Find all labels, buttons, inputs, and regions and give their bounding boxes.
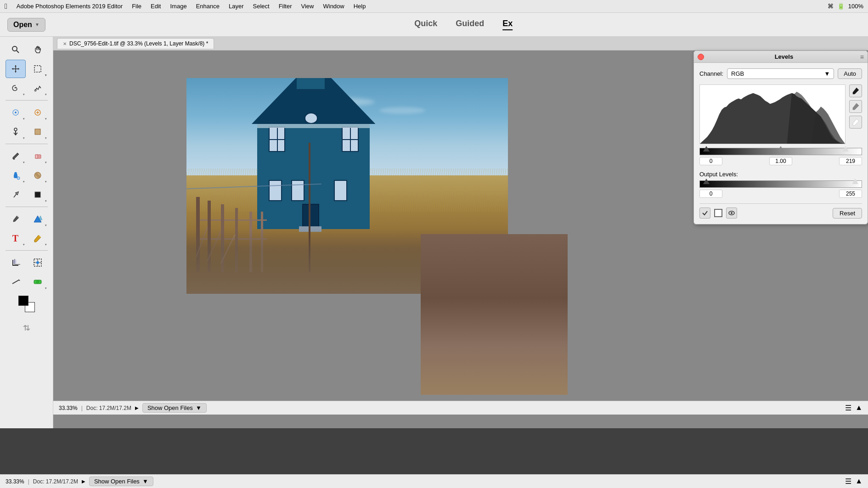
tab-expert[interactable]: Ex [502,19,513,30]
panel-close-button[interactable] [698,54,704,60]
redeye-arrow-icon: ▾ [45,286,47,290]
svg-line-1 [17,50,19,53]
auto-button[interactable]: Auto [838,68,862,79]
trim-decoration [257,124,370,128]
dodge-burn-button[interactable]: ▾ [28,185,48,204]
black-input-handle[interactable] [703,146,710,151]
menu-enhance[interactable]: Enhance [192,2,223,11]
white-input-handle[interactable] [842,146,849,151]
menu-select[interactable]: Select [249,2,273,11]
menu-layer[interactable]: Layer [225,2,248,11]
menu-filter[interactable]: Filter [275,2,296,11]
black-point-eyedropper[interactable] [849,84,862,97]
menu-file[interactable]: File [128,2,145,11]
svg-rect-21 [35,192,40,197]
eyedropper-button[interactable] [6,210,26,228]
tab-bar: ✕ DSC_9756-Edit-1.tif @ 33.3% (Levels 1,… [53,37,868,50]
bottom-list-icon[interactable]: ☰ [845,477,851,486]
black-output-handle[interactable] [703,179,710,184]
eraser-arrow-icon: ▾ [45,161,47,164]
foreground-color-box[interactable] [18,296,28,306]
white-output-value[interactable] [839,190,862,198]
menu-window[interactable]: Window [319,2,348,11]
menu-help[interactable]: Help [350,2,370,11]
open-button[interactable]: Open ▼ [7,18,45,32]
status-divider: | [81,405,83,411]
quick-selection-arrow-icon: ▾ [23,117,25,121]
crop-tool-button[interactable] [6,253,26,272]
mid-input-value[interactable] [769,157,792,165]
custom-crop-button[interactable] [28,253,48,272]
reset-button[interactable]: Reset [833,208,862,219]
expand-icon[interactable]: ▲ [855,404,862,412]
hand-tool-button[interactable] [28,40,48,59]
barn-window-4 [291,180,304,201]
marquee-tool-button[interactable]: ▾ ▾ [28,60,48,78]
apple-logo-icon[interactable]:  [5,2,7,11]
black-output-value[interactable] [699,190,722,198]
barn-window-3 [269,180,282,201]
battery-percent: 100% [848,3,863,10]
healing-brush-button[interactable]: ▾ [28,103,48,122]
svg-point-7 [15,112,17,113]
black-input-value[interactable] [699,157,722,165]
tool-row-zoom-hand [6,40,48,59]
paint-bucket-button[interactable]: ▾ [6,166,26,185]
filmstrip-empty-label [4,449,5,455]
move-tool-button[interactable] [6,60,26,78]
visibility-box-button[interactable] [714,209,722,217]
tab-close-icon[interactable]: ✕ [63,41,67,46]
show-open-files-button[interactable]: Show Open Files ▼ [142,403,207,413]
smudge-button[interactable] [6,185,26,204]
channel-dropdown-icon: ▼ [824,70,830,77]
bottom-show-open-files[interactable]: Show Open Files ▼ [89,477,153,486]
menu-image[interactable]: Image [166,2,190,11]
histogram-row [699,84,862,144]
input-gradient-track [699,148,862,155]
gray-point-eyedropper[interactable] [849,100,862,113]
lasso-tool-button[interactable]: ▾ [6,79,26,97]
menu-edit[interactable]: Edit [147,2,164,11]
tab-quick[interactable]: Quick [414,19,437,30]
checkmark-preview-button[interactable] [699,208,710,219]
straighten-button[interactable] [6,273,26,291]
menu-bar:  Adobe Photoshop Elements 2019 Editor F… [0,0,868,13]
doc-arrow-icon[interactable]: ▶ [135,405,139,410]
menu-view[interactable]: View [298,2,318,11]
pencil-button[interactable]: ▾ [28,229,48,247]
file-tab[interactable]: ✕ DSC_9756-Edit-1.tif @ 33.3% (Levels 1,… [57,38,214,49]
eraser-tool-button[interactable]: ▾ [28,147,48,165]
bottom-expand-icon[interactable]: ▲ [855,477,862,486]
app-name-menu[interactable]: Adobe Photoshop Elements 2019 Editor [13,2,126,11]
eye-preview-button[interactable] [726,208,737,219]
white-point-eyedropper[interactable] [849,116,862,129]
mid-input-handle[interactable] [778,146,784,151]
panel-menu-icon[interactable]: ≡ [860,53,864,61]
bottom-show-open-label: Show Open Files [94,478,140,485]
sponge-button[interactable]: ▾ [28,166,48,185]
white-input-value[interactable] [839,157,862,165]
clone-stamp-button[interactable]: ▾ [6,123,26,141]
svg-rect-15 [35,155,38,158]
svg-point-11 [14,128,17,131]
shape-button[interactable]: ▾ [28,210,48,228]
barn-tower [297,78,325,89]
white-output-handle[interactable] [852,179,858,184]
redeye-button[interactable]: ▾ [28,273,48,291]
swap-colors-button[interactable] [17,319,37,337]
text-arrow-icon: ▾ [23,243,25,247]
zoom-tool-button[interactable] [6,40,26,59]
list-view-icon[interactable]: ☰ [845,404,851,412]
bottom-arrow-icon[interactable]: ▶ [82,479,85,484]
tab-guided[interactable]: Guided [456,19,484,30]
text-tool-button[interactable]: T ▾ [6,229,26,247]
type-eraser-button[interactable]: ▾ [28,123,48,141]
levels-titlebar: Levels ≡ [694,51,868,63]
pencil-arrow-icon: ▾ [45,243,47,247]
quick-selection-button[interactable]: ▾ [6,103,26,122]
channel-select[interactable]: RGB ▼ [727,68,834,79]
photo-ext-bg [421,234,568,395]
magnetic-lasso-button[interactable]: ▾ [28,79,48,97]
brush-tool-button[interactable]: ▾ [6,147,26,165]
svg-point-17 [17,177,20,179]
